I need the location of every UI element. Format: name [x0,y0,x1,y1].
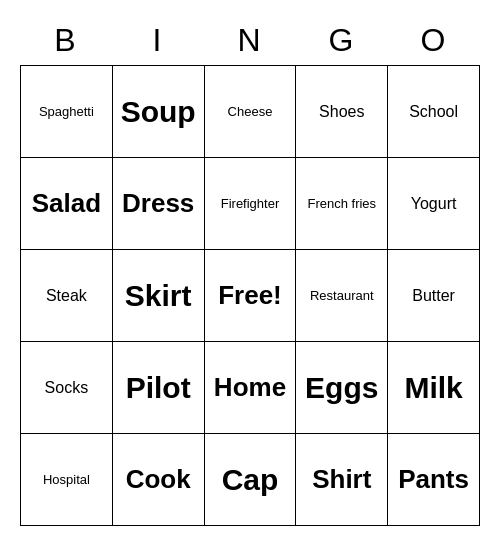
cell-text-r3-c2: Home [214,372,286,403]
cell-text-r1-c0: Salad [32,188,101,219]
header-letter-b: B [20,18,112,63]
bingo-cell-r1-c1: Dress [113,158,205,250]
bingo-cell-r4-c4: Pants [388,434,480,526]
header-letter-i: I [112,18,204,63]
bingo-cell-r3-c1: Pilot [113,342,205,434]
bingo-cell-r4-c2: Cap [205,434,297,526]
cell-text-r0-c4: School [409,102,458,121]
bingo-cell-r0-c0: Spaghetti [21,66,113,158]
cell-text-r2-c2: Free! [218,280,282,311]
cell-text-r0-c0: Spaghetti [39,104,94,120]
bingo-grid: SpaghettiSoupCheeseShoesSchoolSaladDress… [20,65,480,526]
cell-text-r0-c2: Cheese [228,104,273,120]
cell-text-r3-c3: Eggs [305,370,378,406]
cell-text-r2-c0: Steak [46,286,87,305]
cell-text-r1-c2: Firefighter [221,196,280,212]
bingo-cell-r2-c1: Skirt [113,250,205,342]
cell-text-r1-c1: Dress [122,188,194,219]
bingo-cell-r0-c1: Soup [113,66,205,158]
bingo-cell-r4-c0: Hospital [21,434,113,526]
cell-text-r2-c3: Restaurant [310,288,374,304]
cell-text-r0-c3: Shoes [319,102,364,121]
cell-text-r4-c0: Hospital [43,472,90,488]
cell-text-r3-c1: Pilot [126,370,191,406]
cell-text-r1-c3: French fries [307,196,376,212]
cell-text-r4-c1: Cook [126,464,191,495]
header-letter-n: N [204,18,296,63]
bingo-cell-r2-c0: Steak [21,250,113,342]
header-letter-o: O [388,18,480,63]
cell-text-r4-c3: Shirt [312,464,371,495]
cell-text-r4-c4: Pants [398,464,469,495]
cell-text-r2-c1: Skirt [125,278,192,314]
bingo-cell-r1-c3: French fries [296,158,388,250]
cell-text-r0-c1: Soup [121,94,196,130]
bingo-cell-r2-c2: Free! [205,250,297,342]
bingo-cell-r4-c3: Shirt [296,434,388,526]
cell-text-r2-c4: Butter [412,286,455,305]
bingo-cell-r3-c3: Eggs [296,342,388,434]
bingo-cell-r1-c2: Firefighter [205,158,297,250]
cell-text-r1-c4: Yogurt [411,194,457,213]
header-letter-g: G [296,18,388,63]
cell-text-r3-c4: Milk [404,370,462,406]
bingo-cell-r0-c2: Cheese [205,66,297,158]
cell-text-r3-c0: Socks [45,378,89,397]
bingo-cell-r2-c4: Butter [388,250,480,342]
bingo-cell-r3-c4: Milk [388,342,480,434]
bingo-cell-r3-c0: Socks [21,342,113,434]
bingo-cell-r4-c1: Cook [113,434,205,526]
bingo-cell-r1-c4: Yogurt [388,158,480,250]
bingo-card: BINGO SpaghettiSoupCheeseShoesSchoolSala… [20,18,480,526]
bingo-header: BINGO [20,18,480,63]
cell-text-r4-c2: Cap [222,462,279,498]
bingo-cell-r2-c3: Restaurant [296,250,388,342]
bingo-cell-r1-c0: Salad [21,158,113,250]
bingo-cell-r0-c4: School [388,66,480,158]
bingo-cell-r3-c2: Home [205,342,297,434]
bingo-cell-r0-c3: Shoes [296,66,388,158]
